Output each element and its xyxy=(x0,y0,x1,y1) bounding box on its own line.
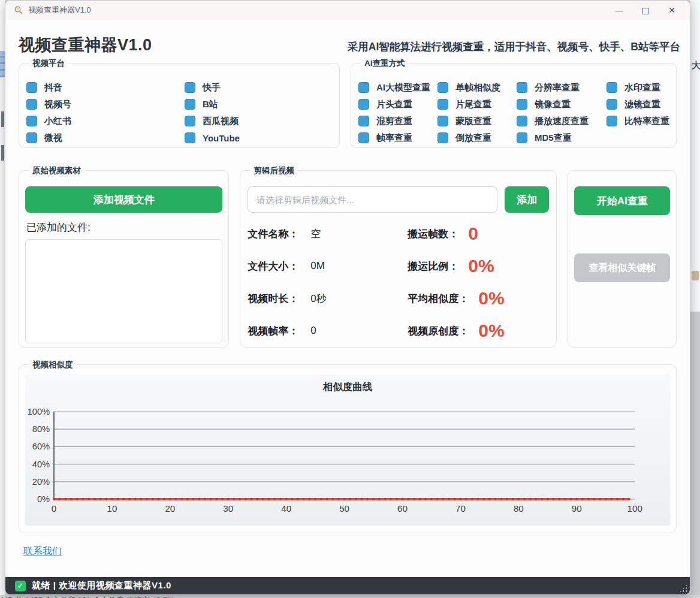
platform-option-bilibili[interactable]: B站 xyxy=(185,96,333,113)
method-option-mirror[interactable]: 镜像查重 xyxy=(517,96,607,113)
method-option-bitrate[interactable]: 比特率查重 xyxy=(607,113,672,129)
svg-text:40%: 40% xyxy=(32,459,50,469)
svg-text:80: 80 xyxy=(514,503,524,514)
svg-text:0%: 0% xyxy=(37,494,50,504)
checkbox-icon[interactable] xyxy=(185,132,195,143)
method-option-resolution[interactable]: 分辨率查重 xyxy=(517,79,607,96)
checkbox-icon[interactable] xyxy=(358,82,369,93)
source-groupbox-legend: 原始视频素材 xyxy=(29,165,85,176)
background-gray-area xyxy=(690,312,700,598)
chart-title: 相似度曲线 xyxy=(25,380,670,396)
checkbox-icon[interactable] xyxy=(517,82,527,93)
checkbox-icon[interactable] xyxy=(607,116,617,126)
checkbox-icon[interactable] xyxy=(358,132,369,143)
checkbox-icon[interactable] xyxy=(358,99,369,110)
similarity-groupbox-legend: 视频相似度 xyxy=(29,360,77,370)
method-option-watermark[interactable]: 水印查重 xyxy=(607,79,672,96)
platform-option-kuaishou[interactable]: 快手 xyxy=(185,79,333,96)
close-button[interactable]: ✕ xyxy=(659,1,685,20)
app-window: 视频查重神器V1.0 — □ ✕ 视频查重神器V1.0 采用AI智能算法进行视频… xyxy=(5,0,690,595)
actions-groupbox: 开始AI查重 查看相似关键帧 xyxy=(568,170,677,348)
stat-avg-similarity: 平均相似度： 0% xyxy=(408,288,549,309)
maximize-button[interactable]: □ xyxy=(632,1,659,20)
platform-option-youtube[interactable]: YouTube xyxy=(185,129,333,146)
titlebar[interactable]: 视频查重神器V1.0 — □ ✕ xyxy=(5,1,690,20)
similarity-chart: 相似度曲线 0%20%40%60%80%100%0102030405060708… xyxy=(25,374,670,525)
page-subtitle: 采用AI智能算法进行视频查重，适用于抖音、视频号、快手、B站等平台 xyxy=(348,40,680,56)
background-file-icon xyxy=(692,271,699,280)
stats-grid: 文件名称： 空 搬运帧数： 0 文件大小： 0M 搬运比例： 0% xyxy=(248,218,549,347)
background-statusbar-text: MB 共 1455 个文件和 131 个文件夹 压缩率 43.5% xyxy=(1,595,174,598)
svg-text:100%: 100% xyxy=(28,407,50,416)
svg-text:20%: 20% xyxy=(32,477,50,487)
checkbox-icon[interactable] xyxy=(358,116,369,126)
header: 视频查重神器V1.0 采用AI智能算法进行视频查重，适用于抖音、视频号、快手、B… xyxy=(5,20,690,62)
view-similar-frames-button[interactable]: 查看相似关键帧 xyxy=(574,253,670,282)
background-blue-strip xyxy=(0,51,5,77)
checkbox-icon[interactable] xyxy=(517,99,527,110)
svg-text:0: 0 xyxy=(52,503,56,514)
checkbox-icon[interactable] xyxy=(26,99,37,110)
window-title: 视频查重神器V1.0 xyxy=(28,5,91,16)
checkbox-icon[interactable] xyxy=(517,132,527,143)
background-text-fragment xyxy=(1,145,4,161)
svg-text:20: 20 xyxy=(165,503,175,514)
start-ai-check-button[interactable]: 开始AI查重 xyxy=(574,186,670,215)
checkbox-icon[interactable] xyxy=(26,132,37,143)
method-option-mixcut[interactable]: 混剪查重 xyxy=(358,113,437,129)
platform-option-douyin[interactable]: 抖音 xyxy=(26,79,185,96)
checkbox-icon[interactable] xyxy=(185,116,195,126)
added-files-label: 已添加的文件: xyxy=(26,221,221,234)
svg-text:50: 50 xyxy=(339,503,349,514)
stat-duration: 视频时长： 0秒 xyxy=(248,292,408,306)
method-option-ai-model[interactable]: AI大模型查重 xyxy=(358,79,437,96)
checkbox-icon[interactable] xyxy=(185,99,195,110)
minimize-button[interactable]: — xyxy=(606,1,632,20)
svg-text:30: 30 xyxy=(223,503,233,514)
platform-option-weishi[interactable]: 微视 xyxy=(26,129,185,146)
background-window-left-edge xyxy=(0,0,5,598)
checkbox-icon[interactable] xyxy=(607,82,617,93)
statusbar: ✓ 就绪 | 欢迎使用视频查重神器V1.0 xyxy=(5,577,690,594)
status-check-icon: ✓ xyxy=(15,581,26,591)
method-option-reverse[interactable]: 倒放查重 xyxy=(437,129,517,146)
checkbox-icon[interactable] xyxy=(437,82,448,93)
contact-us-link[interactable]: 联系我们 xyxy=(23,546,62,556)
background-char: 大 xyxy=(692,60,700,71)
checkbox-icon[interactable] xyxy=(437,132,448,143)
background-window-right-edge: 大 xyxy=(690,0,700,598)
add-edited-video-button[interactable]: 添加 xyxy=(505,186,549,213)
svg-text:40: 40 xyxy=(281,503,291,514)
stat-copy-ratio: 搬运比例： 0% xyxy=(408,256,549,276)
method-option-intro[interactable]: 片头查重 xyxy=(358,96,437,113)
stat-copied-frames: 搬运帧数： 0 xyxy=(408,224,549,244)
platform-option-shipinhao[interactable]: 视频号 xyxy=(26,96,185,113)
edited-groupbox: 剪辑后视频 添加 文件名称： 空 搬运帧数： 0 文件大小： xyxy=(240,170,557,348)
checkbox-icon[interactable] xyxy=(437,116,448,126)
method-option-framerate[interactable]: 帧率查重 xyxy=(358,129,437,146)
checkbox-icon[interactable] xyxy=(517,116,527,126)
method-option-filter[interactable]: 滤镜查重 xyxy=(607,96,672,113)
checkbox-icon[interactable] xyxy=(185,82,195,93)
added-files-listbox[interactable] xyxy=(25,239,222,343)
svg-text:60: 60 xyxy=(397,503,408,514)
method-option-mask[interactable]: 蒙版查重 xyxy=(437,113,517,129)
background-text-fragment xyxy=(1,111,4,127)
methods-groupbox-legend: AI查重方式 xyxy=(361,58,409,69)
resize-grip[interactable] xyxy=(679,584,688,593)
method-option-frame-similarity[interactable]: 单帧相似度 xyxy=(437,79,517,96)
stat-file-name: 文件名称： 空 xyxy=(248,227,408,241)
method-option-md5[interactable]: MD5查重 xyxy=(517,129,607,146)
platform-option-xiaohongshu[interactable]: 小红书 xyxy=(26,113,185,129)
add-video-files-button[interactable]: 添加视频文件 xyxy=(25,186,222,213)
checkbox-icon[interactable] xyxy=(26,116,37,126)
edited-video-input[interactable] xyxy=(248,186,497,213)
checkbox-icon[interactable] xyxy=(607,99,617,110)
method-option-outro[interactable]: 片尾查重 xyxy=(437,96,517,113)
platform-option-xigua[interactable]: 西瓜视频 xyxy=(185,113,333,129)
checkbox-icon[interactable] xyxy=(26,82,37,93)
svg-text:100: 100 xyxy=(627,503,642,514)
svg-text:80%: 80% xyxy=(32,424,50,434)
checkbox-icon[interactable] xyxy=(437,99,448,110)
method-option-speed[interactable]: 播放速度查重 xyxy=(517,113,607,129)
